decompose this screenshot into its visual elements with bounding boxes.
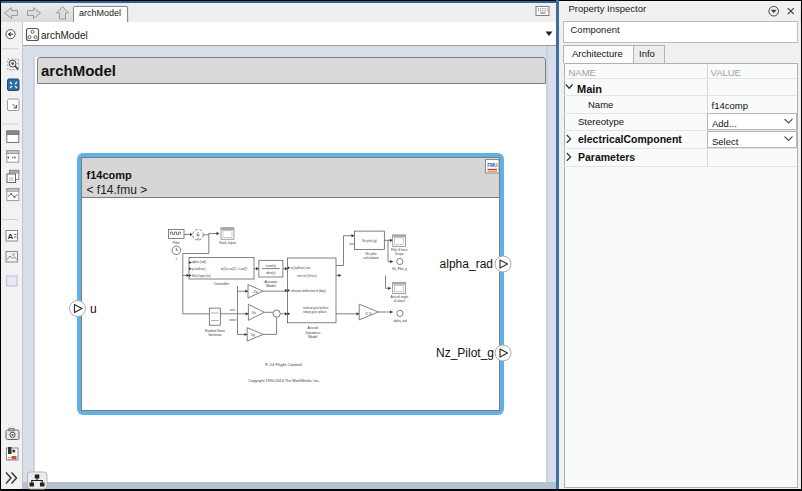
- svg-text:Scope: Scope: [395, 252, 404, 256]
- svg-text:q (rad/sec): q (rad/sec): [192, 267, 206, 271]
- svg-text:rotary gust qGust: rotary gust qGust: [303, 310, 326, 314]
- svg-text:q (rad/sec) out: q (rad/sec) out: [291, 266, 311, 270]
- svg-text:Stick Input (in): Stick Input (in): [192, 274, 211, 278]
- svg-text:Vg: Vg: [251, 333, 255, 337]
- svg-text:w/out: w/out: [230, 318, 237, 322]
- svg-text:alpha_rad: alpha_rad: [393, 319, 407, 323]
- svg-text:Stick Input: Stick Input: [219, 241, 236, 245]
- svg-text:stick: stick: [230, 308, 236, 312]
- svg-text:Model: Model: [266, 284, 276, 288]
- svg-text:vert vel (ft/sec): vert vel (ft/sec): [297, 274, 317, 278]
- svg-text:Copyright 1990-2014 The MathWo: Copyright 1990-2014 The MathWorks, Inc.: [248, 379, 319, 383]
- svg-text:Nz_Pilot_g: Nz_Pilot_g: [392, 267, 407, 271]
- svg-text:t: t: [176, 257, 177, 261]
- svg-text:Generator: Generator: [208, 333, 222, 337]
- svg-text:calculation: calculation: [363, 256, 379, 260]
- svg-text:57.3: 57.3: [365, 312, 371, 316]
- svg-text:FMU: FMU: [487, 163, 498, 168]
- svg-text:den(s): den(s): [266, 271, 275, 275]
- svg-text:vertical gust wGust: vertical gust wGust: [303, 306, 329, 310]
- svg-text:w(1)s+w(2) / s+w(2): w(1)s+w(2) / s+w(2): [221, 267, 248, 271]
- svg-text:of attack: of attack: [394, 299, 406, 303]
- svg-text:Zw: Zw: [254, 290, 259, 294]
- svg-text:alpha (rad): alpha (rad): [192, 260, 207, 264]
- svg-text:elevator deflection d (deg): elevator deflection d (deg): [291, 289, 326, 293]
- svg-text:Vs: Vs: [252, 311, 256, 315]
- svg-text:Model: Model: [308, 335, 317, 339]
- svg-text:Nz pilot (g): Nz pilot (g): [362, 239, 377, 243]
- svg-text:num(s): num(s): [266, 264, 276, 268]
- svg-text:Controller: Controller: [214, 282, 230, 286]
- svg-text:A: A: [8, 232, 14, 241]
- svg-text:Pilot: Pilot: [173, 241, 180, 245]
- svg-text:F-14 Flight Control: F-14 Flight Control: [265, 362, 301, 367]
